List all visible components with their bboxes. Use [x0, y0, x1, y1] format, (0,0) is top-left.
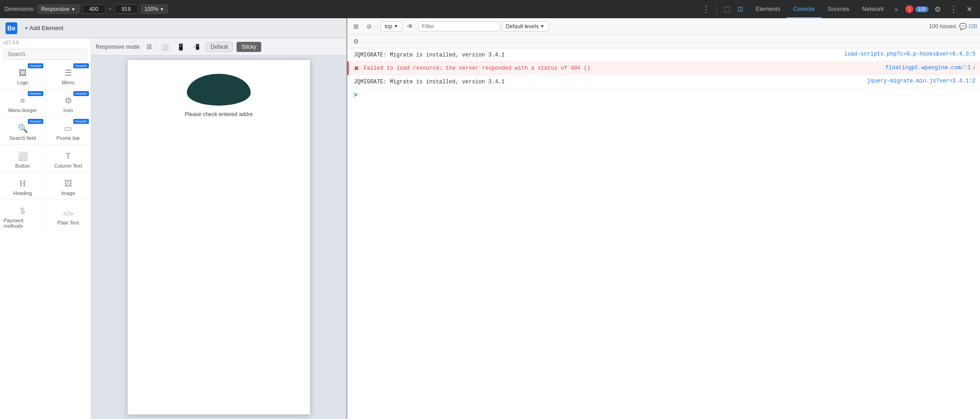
external-link-icon: ↗ — [972, 64, 975, 71]
promo-bar-icon: ▭ — [64, 123, 72, 133]
element-image[interactable]: 🖼 Image — [46, 173, 91, 199]
pointer-tool-icon[interactable]: ⬚ — [721, 3, 733, 15]
console-source-3[interactable]: jquery-migrate.min.js?ver=3.4.1:2 — [867, 78, 975, 84]
heading-element-icon: H — [19, 179, 26, 189]
payment-methods-icon: $ — [20, 206, 25, 216]
canvas-dark-shape — [187, 74, 251, 106]
clear-console-icon[interactable]: ⊘ — [364, 21, 375, 31]
element-icon[interactable]: Header ⚙ Icon — [46, 89, 91, 117]
message-badge: 100 — [915, 6, 928, 12]
sidebar-layout-icon[interactable]: ⊞ — [350, 21, 362, 32]
column-text-label: Column Text — [54, 163, 82, 169]
image-element-label: Image — [61, 190, 75, 196]
button-element-icon: ⬜ — [18, 151, 28, 161]
height-input[interactable] — [114, 5, 138, 14]
column-text-icon: T — [66, 152, 71, 161]
icon-element-label: Icon — [63, 107, 73, 113]
device-toolbar-icon[interactable]: ⊡ — [734, 3, 747, 15]
chevron-down-icon: ▼ — [71, 7, 76, 12]
header-badge: Header — [28, 91, 43, 96]
header-badge: Header — [73, 63, 89, 68]
context-select[interactable]: top ▼ — [381, 21, 402, 31]
small-mobile-icon[interactable]: 📲 — [191, 43, 202, 51]
console-message-1-gray — [508, 52, 511, 58]
console-prompt-symbol: > — [354, 91, 357, 98]
canvas-preview: Please check entered addre — [128, 60, 310, 414]
search-field-label: Search field — [9, 135, 36, 141]
header-badge: Header — [73, 91, 89, 96]
element-column-text[interactable]: T Column Text — [46, 145, 91, 172]
element-heading[interactable]: H Heading — [0, 173, 45, 199]
desktop-icon[interactable]: 🖥 — [143, 42, 155, 52]
tab-elements[interactable]: Elements — [749, 0, 787, 18]
console-row-error: ✖ Failed to load resource: the server re… — [347, 61, 980, 75]
header-badge: Header — [28, 63, 43, 68]
element-promo-bar[interactable]: Header ▭ Promo bar — [46, 117, 91, 144]
width-input[interactable] — [82, 5, 106, 14]
responsive-mode-label: Responsive mode — [96, 44, 139, 50]
menu-element-label: Menu — [62, 80, 75, 85]
console-source-error[interactable]: floatingpt.wpengine.com/:1 ↗ — [886, 64, 975, 71]
header-badge: Header — [28, 119, 43, 124]
canvas-error-message: Please check entered addre — [185, 111, 253, 118]
promo-bar-label: Promo bar — [57, 135, 80, 141]
mobile-icon[interactable]: 📱 — [175, 42, 187, 51]
add-element-button[interactable]: + Add Element — [21, 23, 67, 33]
sticky-button[interactable]: Sticky — [237, 42, 261, 52]
dimension-separator: × — [108, 6, 112, 12]
settings-icon[interactable]: ⚙ — [931, 3, 944, 15]
eye-icon[interactable]: 👁 — [404, 21, 416, 31]
header-badge: Header — [73, 119, 89, 124]
menu-burger-label: Menu burger — [8, 107, 36, 113]
menu-element-icon: ☰ — [65, 68, 72, 78]
responsive-dropdown[interactable]: Responsive ▼ — [37, 5, 79, 14]
search-input[interactable] — [4, 49, 87, 60]
heading-element-label: Heading — [13, 190, 32, 196]
plain-text-label: Plain Text — [57, 220, 79, 225]
be-logo: Be — [5, 22, 17, 34]
console-settings-icon[interactable]: ⚙ — [351, 36, 361, 46]
element-menu[interactable]: Header ☰ Menu — [46, 61, 91, 89]
element-plain-text[interactable]: </> Plain Text — [46, 200, 91, 232]
tab-overflow[interactable]: » — [890, 0, 903, 18]
issues-badge[interactable]: 💬 100 — [959, 23, 977, 30]
more-devtools-icon[interactable]: ⋮ — [947, 2, 960, 16]
chevron-down-icon: ▼ — [540, 24, 545, 29]
plain-text-icon: </> — [63, 210, 73, 218]
chevron-down-icon: ▼ — [394, 24, 398, 29]
message-bubble-icon: 💬 — [959, 23, 967, 30]
error-badge: 1 — [905, 5, 913, 13]
console-message-3: JQMIGRATE: Migrate is installed, version… — [354, 79, 505, 85]
console-source-1[interactable]: load-scripts.php?c=0…p-hooks&ver=6.4.3:5 — [844, 51, 975, 57]
issues-count: 100 — [968, 23, 977, 30]
image-element-icon: 🖼 — [64, 179, 72, 189]
issues-label: 100 Issues: — [929, 23, 957, 30]
tab-console[interactable]: Console — [787, 0, 821, 18]
element-logo[interactable]: Header 🖼 Logo — [0, 61, 45, 89]
default-button[interactable]: Default — [206, 42, 233, 52]
close-devtools-icon[interactable]: ✕ — [963, 3, 975, 15]
console-messages-area: JQMIGRATE: Migrate is installed, version… — [347, 48, 980, 419]
logo-element-icon: 🖼 — [19, 68, 27, 78]
console-error-message: Failed to load resource: the server resp… — [364, 65, 590, 72]
search-field-icon: 🔍 — [18, 123, 28, 133]
chevron-down-icon: ▼ — [160, 7, 164, 12]
button-element-label: Button — [15, 163, 30, 169]
zoom-dropdown[interactable]: 100% ▼ — [141, 5, 168, 14]
console-filter-input[interactable] — [418, 21, 500, 31]
element-search-field[interactable]: Header 🔍 Search field — [0, 117, 45, 144]
tablet-icon[interactable]: ⬜ — [159, 42, 171, 51]
more-options-icon[interactable]: ⋮ — [699, 2, 713, 16]
console-input[interactable] — [360, 92, 974, 98]
tab-sources[interactable]: Sources — [821, 0, 856, 18]
console-message-1: JQMIGRATE: Migrate is installed, version… — [354, 52, 511, 58]
tab-network[interactable]: Network — [856, 0, 890, 18]
element-payment-methods[interactable]: $ Payment methods — [0, 200, 45, 232]
element-button[interactable]: ⬜ Button — [0, 145, 45, 172]
elements-search — [0, 47, 91, 61]
default-levels-select[interactable]: Default levels ▼ — [502, 21, 549, 31]
element-menu-burger[interactable]: Header ≡ Menu burger — [0, 89, 45, 117]
console-row-3: JQMIGRATE: Migrate is installed, version… — [347, 75, 980, 88]
console-row-1: JQMIGRATE: Migrate is installed, version… — [347, 48, 980, 61]
menu-burger-icon: ≡ — [20, 96, 25, 106]
